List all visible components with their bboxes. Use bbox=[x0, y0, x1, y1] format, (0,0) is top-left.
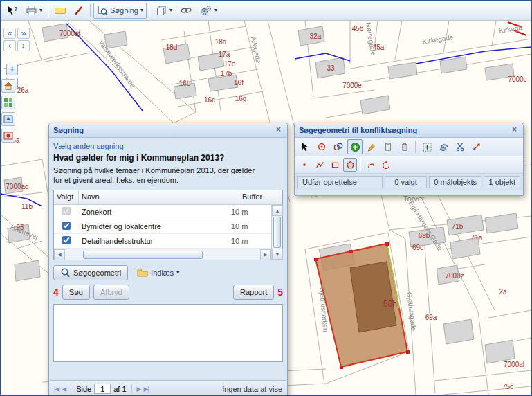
redline-button[interactable] bbox=[70, 3, 88, 19]
horizontal-scrollbar[interactable]: ◀ ▶ bbox=[54, 249, 271, 260]
row-checkbox[interactable] bbox=[62, 236, 71, 244]
rapport-label: Rapport bbox=[240, 288, 267, 296]
search-dialog-body: Vælg anden søgning Hvad gælder for mig i… bbox=[49, 138, 287, 366]
geometry-tool-row: Søgegeometri Indlæs ▾ bbox=[53, 264, 283, 280]
draw-arc-button[interactable] bbox=[364, 158, 378, 172]
zoom-in-button[interactable]: + bbox=[6, 64, 18, 75]
pan-left-button[interactable]: ‹ bbox=[3, 40, 16, 51]
select-circles-button[interactable] bbox=[331, 139, 346, 154]
select-arrow-icon bbox=[300, 142, 310, 152]
vertical-scroll-thumb[interactable] bbox=[273, 217, 281, 248]
link-button[interactable] bbox=[176, 3, 196, 19]
callout-4: 4 bbox=[53, 287, 59, 298]
column-header-navn[interactable]: Navn bbox=[79, 190, 239, 204]
explode-icon bbox=[472, 142, 481, 152]
search-heading: Hvad gælder for mig i Kommuneplan 2013? bbox=[53, 153, 283, 163]
left-tool-strip bbox=[1, 79, 15, 143]
scroll-left-icon[interactable]: ◀ bbox=[54, 249, 65, 260]
last-page-button[interactable]: ▶| bbox=[144, 386, 149, 393]
search-dialog-titlebar[interactable]: Søgning × bbox=[49, 123, 287, 138]
search-dialog-title: Søgning bbox=[53, 126, 84, 134]
table-row[interactable]: Detailhandelsstruktur 10 m bbox=[54, 234, 271, 249]
status-valgt: 0 valgt bbox=[385, 176, 427, 188]
scroll-down-icon[interactable]: ▼ bbox=[272, 249, 283, 260]
prev-page-button[interactable]: ◀ bbox=[62, 386, 66, 393]
table-row[interactable]: Zonekort 10 m bbox=[54, 205, 271, 219]
geometry-dialog-close-icon[interactable]: × bbox=[509, 125, 520, 136]
clipboard-icon bbox=[383, 142, 393, 152]
theme-select-button[interactable] bbox=[1, 112, 15, 126]
delete-geometry-button[interactable] bbox=[397, 139, 412, 154]
sogning-dropdown-button[interactable]: Søgning ▾ bbox=[93, 3, 147, 19]
geometry-dialog: Søgegeometri til konfliktsøgning × bbox=[294, 123, 524, 196]
draw-polygon-button[interactable] bbox=[343, 158, 357, 172]
add-geometry-button[interactable] bbox=[347, 139, 363, 154]
layers-button[interactable]: ▾ bbox=[152, 3, 176, 19]
row-checkbox[interactable] bbox=[62, 207, 71, 215]
column-header-valgt[interactable]: Valgt bbox=[54, 190, 79, 204]
geometry-dialog-titlebar[interactable]: Søgegeometri til konfliktsøgning × bbox=[295, 123, 523, 138]
sog-label: Søg bbox=[69, 288, 83, 296]
scroll-up-icon[interactable]: ▲ bbox=[272, 205, 283, 216]
print-button[interactable]: ▾ bbox=[22, 3, 46, 19]
print-caret-icon[interactable]: ▾ bbox=[39, 8, 42, 13]
copy-geometry-button[interactable] bbox=[380, 139, 396, 154]
edit-vertices-button[interactable] bbox=[364, 139, 379, 154]
pager-separator bbox=[71, 384, 71, 394]
draw-circle-arc-button[interactable] bbox=[379, 158, 393, 172]
callout-5: 5 bbox=[277, 287, 283, 298]
first-page-button[interactable]: |◀ bbox=[54, 386, 59, 393]
sog-button[interactable]: Søg bbox=[62, 285, 90, 300]
next-page-button[interactable]: ▶ bbox=[137, 386, 141, 393]
grid-rows: Zonekort 10 m Bymidter og lokalcentre 10… bbox=[54, 205, 271, 260]
select-arrow-button[interactable] bbox=[297, 139, 313, 154]
printer-icon bbox=[26, 5, 37, 16]
settings-caret-icon[interactable]: ▾ bbox=[214, 8, 217, 13]
pan-west-button[interactable]: « bbox=[3, 28, 16, 39]
main-toolbar: ? ▾ Søgnin bbox=[1, 1, 531, 21]
search-geometry-highlight[interactable] bbox=[314, 242, 410, 369]
split-geometry-button[interactable] bbox=[452, 139, 468, 154]
measure-button[interactable] bbox=[51, 3, 69, 19]
legend-grid-button[interactable] bbox=[1, 96, 15, 109]
row-checkbox[interactable] bbox=[62, 222, 71, 230]
marker-button[interactable] bbox=[1, 129, 15, 143]
pan-east-button[interactable]: » bbox=[17, 28, 30, 39]
sogegeometri-button[interactable]: Søgegeometri bbox=[53, 265, 128, 280]
settings-button[interactable]: ▾ bbox=[196, 3, 221, 19]
red-pen-icon bbox=[73, 5, 84, 16]
merge-polygons-button[interactable] bbox=[436, 139, 451, 154]
home-button[interactable] bbox=[1, 79, 15, 93]
layers-caret-icon[interactable]: ▾ bbox=[169, 8, 172, 13]
draw-point-button[interactable] bbox=[297, 158, 311, 172]
pan-right-button[interactable]: › bbox=[17, 40, 30, 51]
map-area[interactable]: 7000at18d18a17a17e17b16b16f16c16g45b45a3… bbox=[1, 21, 531, 395]
draw-rectangle-button[interactable] bbox=[328, 158, 342, 172]
add-circle-icon bbox=[350, 142, 360, 152]
horizontal-scroll-thumb[interactable] bbox=[83, 251, 203, 259]
move-geometry-button[interactable] bbox=[419, 139, 434, 154]
vertical-scrollbar[interactable]: ▲ ▼ bbox=[271, 205, 282, 260]
indlaes-button[interactable]: Indlæs ▾ bbox=[134, 264, 183, 280]
column-header-buffer[interactable]: Buffer bbox=[239, 190, 282, 204]
select-point-button[interactable] bbox=[314, 139, 329, 154]
choose-other-search-link[interactable]: Vælg anden søgning bbox=[53, 142, 124, 150]
marker-icon bbox=[3, 131, 13, 141]
search-dialog-close-icon[interactable]: × bbox=[273, 125, 284, 136]
draw-polyline-button[interactable] bbox=[313, 158, 327, 172]
status-maalobjekts: 0 målobjekts bbox=[429, 176, 482, 188]
svg-text:?: ? bbox=[14, 6, 18, 12]
geometry-toolbar-row1 bbox=[295, 138, 523, 156]
pager-separator bbox=[131, 384, 132, 394]
rapport-button[interactable]: Rapport bbox=[233, 285, 274, 300]
table-row[interactable]: Bymidter og lokalcentre 10 m bbox=[54, 219, 271, 234]
page-number-input[interactable] bbox=[94, 384, 111, 394]
pan-control: « » ‹ › bbox=[3, 28, 31, 51]
help-cursor-button[interactable]: ? bbox=[3, 3, 21, 19]
polygon-icon bbox=[346, 161, 355, 170]
explode-geometry-button[interactable] bbox=[469, 139, 484, 154]
af-label: af 1 bbox=[113, 385, 126, 393]
scroll-right-icon[interactable]: ▶ bbox=[260, 249, 271, 260]
row-buffer: 10 m bbox=[228, 222, 271, 231]
toolbar-separator bbox=[360, 159, 361, 171]
